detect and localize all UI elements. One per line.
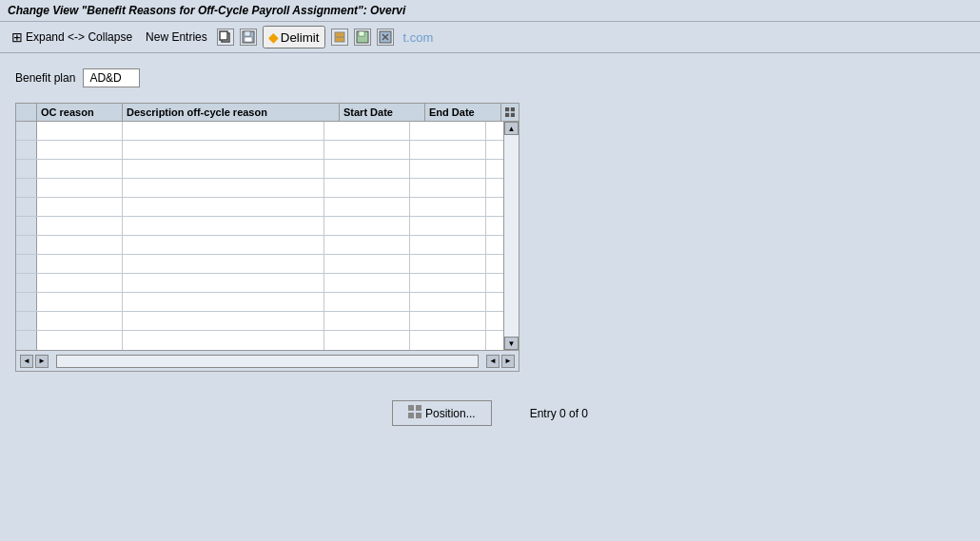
end-date-cell[interactable] bbox=[410, 293, 486, 311]
start-date-cell[interactable] bbox=[324, 274, 410, 292]
col-end-date-header: End Date bbox=[425, 104, 501, 121]
oc-reason-cell[interactable] bbox=[37, 122, 123, 140]
description-cell[interactable] bbox=[123, 141, 324, 159]
scroll-right-btn-3[interactable]: ► bbox=[501, 355, 515, 368]
row-selector[interactable] bbox=[16, 198, 37, 216]
footer-right-arrows: ◄ ► bbox=[482, 353, 519, 370]
row-selector[interactable] bbox=[16, 141, 37, 159]
copy-icon-button[interactable] bbox=[217, 29, 234, 46]
end-date-cell[interactable] bbox=[410, 122, 486, 140]
row-selector[interactable] bbox=[16, 179, 37, 197]
end-date-cell[interactable] bbox=[410, 160, 486, 178]
description-cell[interactable] bbox=[123, 160, 324, 178]
start-date-cell[interactable] bbox=[324, 217, 410, 235]
oc-reason-cell[interactable] bbox=[37, 217, 123, 235]
oc-reason-cell[interactable] bbox=[37, 274, 123, 292]
table-body-wrapper: ▲ ▼ bbox=[16, 122, 519, 350]
oc-reason-cell[interactable] bbox=[37, 198, 123, 216]
row-selector[interactable] bbox=[16, 236, 37, 254]
start-date-cell[interactable] bbox=[324, 198, 410, 216]
description-cell[interactable] bbox=[123, 198, 324, 216]
scroll-down-button[interactable]: ▼ bbox=[504, 337, 519, 350]
start-date-cell[interactable] bbox=[324, 141, 410, 159]
expand-collapse-button[interactable]: ⊞ Expand <-> Collapse bbox=[8, 28, 136, 47]
end-date-cell[interactable] bbox=[410, 141, 486, 159]
oc-reason-cell[interactable] bbox=[37, 160, 123, 178]
icon-button-2[interactable] bbox=[354, 29, 371, 46]
table-row bbox=[16, 331, 503, 350]
expand-collapse-label: Expand <-> Collapse bbox=[26, 30, 132, 44]
table-row bbox=[16, 198, 503, 217]
icon-button-3[interactable] bbox=[377, 29, 394, 46]
end-date-cell[interactable] bbox=[410, 255, 486, 273]
description-cell[interactable] bbox=[123, 236, 324, 254]
oc-reason-cell[interactable] bbox=[37, 236, 123, 254]
start-date-cell[interactable] bbox=[324, 122, 410, 140]
diamond-icon: ◆ bbox=[268, 29, 279, 45]
svg-rect-12 bbox=[505, 107, 509, 111]
empty-cell bbox=[486, 198, 503, 216]
end-date-cell[interactable] bbox=[410, 217, 486, 235]
empty-cell bbox=[486, 331, 503, 350]
description-cell[interactable] bbox=[123, 274, 324, 292]
description-cell[interactable] bbox=[123, 122, 324, 140]
row-selector[interactable] bbox=[16, 160, 37, 178]
horizontal-scrollbar-track[interactable] bbox=[56, 355, 479, 368]
title-text: Change View "Benefit Reasons for Off-Cyc… bbox=[8, 4, 405, 17]
scroll-right-btn-2[interactable]: ◄ bbox=[486, 355, 500, 368]
row-selector[interactable] bbox=[16, 331, 37, 350]
row-selector[interactable] bbox=[16, 293, 37, 311]
description-cell[interactable] bbox=[123, 293, 324, 311]
bottom-bar: Position... Entry 0 of 0 bbox=[15, 400, 965, 426]
table-row bbox=[16, 312, 503, 331]
start-date-cell[interactable] bbox=[324, 255, 410, 273]
end-date-cell[interactable] bbox=[410, 331, 486, 350]
end-date-cell[interactable] bbox=[410, 179, 486, 197]
save-icon-button[interactable] bbox=[240, 29, 257, 46]
scroll-left-button[interactable]: ◄ bbox=[20, 355, 33, 368]
start-date-cell[interactable] bbox=[324, 179, 410, 197]
oc-reason-cell[interactable] bbox=[37, 293, 123, 311]
scroll-up-button[interactable]: ▲ bbox=[504, 122, 519, 135]
start-date-cell[interactable] bbox=[324, 312, 410, 330]
oc-reason-cell[interactable] bbox=[37, 312, 123, 330]
oc-reason-cell[interactable] bbox=[37, 331, 123, 350]
oc-reason-cell[interactable] bbox=[37, 255, 123, 273]
row-selector[interactable] bbox=[16, 274, 37, 292]
empty-cell bbox=[486, 160, 503, 178]
col-settings-header[interactable] bbox=[501, 104, 519, 121]
start-date-cell[interactable] bbox=[324, 331, 410, 350]
table-row bbox=[16, 293, 503, 312]
delimit-button[interactable]: ◆ Delimit bbox=[263, 26, 325, 48]
oc-reason-cell[interactable] bbox=[37, 141, 123, 159]
start-date-cell[interactable] bbox=[324, 236, 410, 254]
icon-button-1[interactable] bbox=[331, 29, 348, 46]
position-button[interactable]: Position... bbox=[392, 400, 492, 426]
description-cell[interactable] bbox=[123, 255, 324, 273]
table-row bbox=[16, 236, 503, 255]
new-entries-button[interactable]: New Entries bbox=[142, 29, 211, 46]
description-cell[interactable] bbox=[123, 217, 324, 235]
scroll-right-button[interactable]: ► bbox=[35, 355, 49, 368]
svg-rect-3 bbox=[245, 31, 250, 36]
row-selector[interactable] bbox=[16, 122, 37, 140]
end-date-cell[interactable] bbox=[410, 198, 486, 216]
description-cell[interactable] bbox=[123, 312, 324, 330]
svg-rect-4 bbox=[245, 37, 252, 42]
end-date-cell[interactable] bbox=[410, 236, 486, 254]
end-date-cell[interactable] bbox=[410, 312, 486, 330]
svg-rect-16 bbox=[408, 405, 414, 411]
empty-cell bbox=[486, 255, 503, 273]
scroll-track[interactable] bbox=[504, 135, 519, 337]
row-selector[interactable] bbox=[16, 312, 37, 330]
description-cell[interactable] bbox=[123, 331, 324, 350]
start-date-cell[interactable] bbox=[324, 293, 410, 311]
oc-reason-cell[interactable] bbox=[37, 179, 123, 197]
end-date-cell[interactable] bbox=[410, 274, 486, 292]
description-cell[interactable] bbox=[123, 179, 324, 197]
row-selector[interactable] bbox=[16, 217, 37, 235]
start-date-cell[interactable] bbox=[324, 160, 410, 178]
footer-left-arrows: ◄ ► bbox=[16, 353, 52, 370]
row-selector[interactable] bbox=[16, 255, 37, 273]
svg-rect-13 bbox=[511, 107, 515, 111]
